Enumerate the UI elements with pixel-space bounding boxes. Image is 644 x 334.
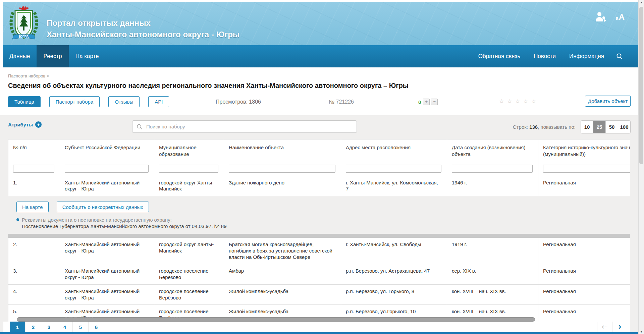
site-title-line2: Ханты-Мансийского автономного округа - Ю… [47,29,239,40]
view-tab[interactable]: Отзывы [108,96,140,107]
column-header[interactable]: Муниципальное образование [154,140,224,162]
bullet-icon [16,218,19,221]
cell-municipality: городской округ Ханты-Мансийск [154,238,224,264]
details-buttons: На карте Сообщить о некорректных данных [16,202,630,212]
note-value: Постановление Губернатора Ханты-Мансийск… [22,223,227,230]
star-icon[interactable]: ☆ [523,98,529,105]
nav-item[interactable]: На карте [69,45,106,67]
filter-cell [8,162,60,176]
login-key-icon[interactable] [595,11,607,23]
cell-address: г. Ханты-Мансийск, ул. Свободы [341,238,447,264]
scroll-up-arrow-icon[interactable]: ▲ [639,1,644,4]
page-button[interactable]: 1 [10,322,25,333]
crest-crown [19,6,29,10]
view-tab[interactable]: API [148,96,169,107]
prev-page-arrow-icon[interactable]: ⇠ [597,322,612,333]
filter-cell [538,162,630,176]
cell-date: сер. XIX в. [447,264,538,284]
page-size-button[interactable]: 10 [581,121,593,133]
column-filter-input[interactable] [229,165,335,173]
rating-stars[interactable]: ☆ ☆ ☆ ☆ ☆ [499,98,537,105]
table-row[interactable]: 4. Ханты-Мансийский автономный округ - Ю… [8,285,630,305]
page-button[interactable]: 5 [73,322,89,333]
vertical-scrollbar[interactable]: ▲ ▼ [638,0,644,334]
table-row[interactable]: 2. Ханты-Мансийский автономный округ - Ю… [8,238,630,264]
column-header[interactable]: Адрес места расположения [341,140,447,162]
attributes-toggle[interactable]: Атрибуты + [8,121,42,128]
column-header[interactable]: Субъект Российской Федерации [60,140,154,162]
table-row[interactable]: 1. Ханты-Мансийский автономный округ - Ю… [8,176,630,197]
column-header[interactable]: Наименование объекта [224,140,341,162]
header-icons: аА [595,11,625,23]
coat-of-arms-logo[interactable]: ЮГРА [9,6,39,43]
page-button[interactable]: 4 [57,322,73,333]
page-title: Сведения об объектах культурного наследи… [8,82,409,90]
vote-widget: 0 + − [418,99,438,105]
horizontal-scrollbar-thumb[interactable] [17,317,535,322]
star-icon[interactable]: ☆ [499,98,505,105]
cell-municipality: городское поселение Берёзово [154,264,224,284]
table-row[interactable]: 3. Ханты-Мансийский автономный округ - Ю… [8,264,630,285]
cell-category: Региональная [538,285,630,305]
nav-search-button[interactable] [611,45,628,67]
cell-name: Амбар [224,264,341,284]
page-size-button[interactable]: 25 [593,121,605,133]
font-small-label: а [615,15,619,21]
breadcrumb[interactable]: Паспорта наборов > [8,73,49,78]
nav-item[interactable]: Данные [3,45,37,67]
dataset-search [132,120,357,133]
star-icon[interactable]: ☆ [515,98,521,105]
column-filter-input[interactable] [452,165,533,173]
column-header[interactable]: Категория историко-культурного значе (му… [538,140,630,162]
star-icon[interactable]: ☆ [507,98,513,105]
site-title-line1: Портал открытых данных [47,17,239,29]
search-icon [137,124,143,130]
nav-item[interactable]: Обратная связь [472,45,527,67]
rows-suffix: , показывать по: [538,124,576,130]
star-icon[interactable]: ☆ [531,98,537,105]
nav-item[interactable]: Информация [562,45,611,67]
page-button[interactable]: 3 [41,322,57,333]
report-incorrect-button[interactable]: Сообщить о некорректных данных [57,202,149,212]
page-button[interactable]: 2 [25,322,41,333]
add-object-button[interactable]: Добавить объект [585,96,631,107]
pagination-bar: 1 2 3 4 5 6 ⇠ › [3,322,630,333]
filter-cell [224,162,341,176]
vote-up-button[interactable]: + [423,99,430,105]
portal-page: ЮГРА Портал открытых данных Ханты-Мансий… [0,0,644,334]
rows-info: Строк: 136, показывать по: [453,124,576,130]
cell-date: 1946 г. [447,176,538,196]
column-filter-input[interactable] [543,165,630,173]
next-page-arrow-icon[interactable]: › [612,322,627,333]
filter-cell [341,162,447,176]
cell-category: Региональная [538,238,630,264]
font-size-toggle[interactable]: аА [615,12,625,22]
table-filter-row [8,162,630,176]
nav-item[interactable]: Новости [527,45,562,67]
view-tab[interactable]: Паспорт набора [49,96,100,107]
column-header[interactable]: № п/п [8,140,60,162]
font-large-label: А [619,12,625,21]
column-filter-input[interactable] [159,165,218,173]
on-map-button[interactable]: На карте [16,202,49,212]
cell-num: 2. [8,238,60,264]
page-button[interactable]: 6 [89,322,104,333]
column-header[interactable]: Дата создания (возникновения) объекта [447,140,538,162]
filter-cell [60,162,154,176]
views-counter: Просмотров: 1806 [216,99,261,105]
search-input[interactable] [146,123,353,130]
cell-name: Жилой комплекс-усадьба [224,285,341,305]
vote-count: 0 [418,99,421,105]
cell-num: 3. [8,264,60,284]
view-tab[interactable]: Таблица [8,96,41,107]
vertical-scrollbar-thumb[interactable] [639,7,643,164]
page-size-button[interactable]: 50 [605,121,618,133]
column-filter-input[interactable] [65,165,149,173]
dataset-view-tabs: Таблица Паспорт набора Отзывы API [8,96,169,107]
column-filter-input[interactable] [346,165,441,173]
column-filter-input[interactable] [13,165,54,173]
page-size-button[interactable]: 100 [618,121,630,133]
scroll-down-arrow-icon[interactable]: ▼ [639,330,644,333]
vote-down-button[interactable]: − [431,99,438,105]
nav-item[interactable]: Реестр [37,45,68,67]
